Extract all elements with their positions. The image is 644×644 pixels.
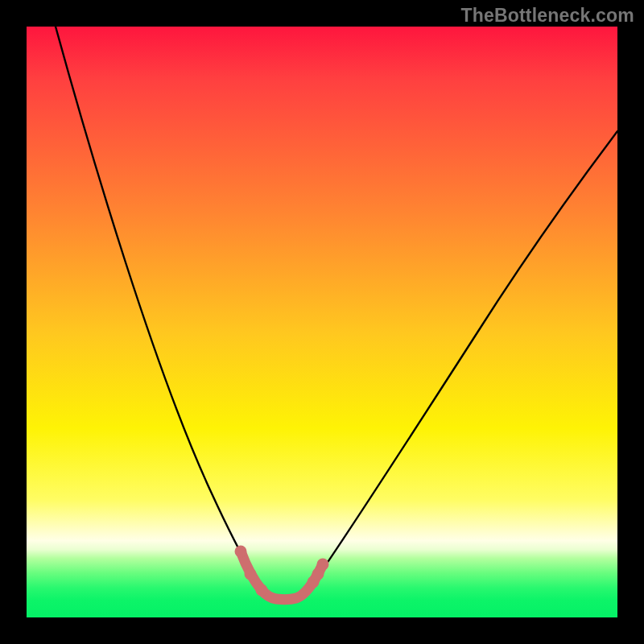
bottleneck-curve	[27, 27, 617, 617]
main-curve-path	[56, 27, 617, 600]
chart-frame: TheBottleneck.com	[0, 0, 644, 644]
optimal-zone-dot	[256, 584, 268, 597]
optimal-zone-dot	[317, 559, 329, 571]
optimal-zone-dot	[245, 568, 257, 580]
optimal-zone-dot	[235, 546, 247, 558]
watermark-text: TheBottleneck.com	[460, 5, 634, 27]
chart-plot-area	[27, 27, 617, 617]
